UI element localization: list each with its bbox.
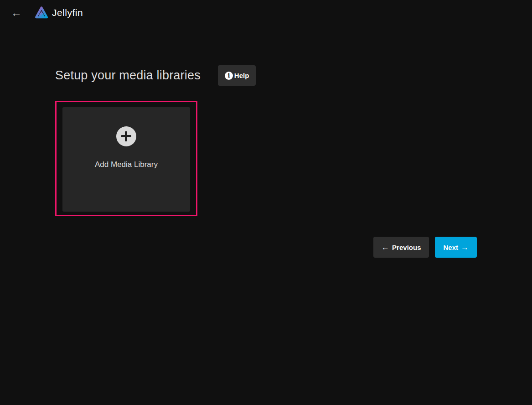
previous-button[interactable]: ← Previous [373,237,429,258]
help-button-label: Help [234,72,249,79]
arrow-right-icon: → [461,244,469,251]
back-button[interactable]: ← [7,4,26,22]
highlight-annotation-box: Add Media Library [55,101,197,216]
previous-button-label: Previous [392,244,421,251]
brand: Jellyfin [35,6,83,20]
heading-row: Setup your media libraries i Help [55,65,477,86]
app-bar: ← Jellyfin [0,0,532,26]
brand-title: Jellyfin [52,7,83,18]
setup-wizard-page: Setup your media libraries i Help Add Me… [55,26,477,258]
add-media-library-card[interactable]: Add Media Library [62,107,190,212]
next-button-label: Next [443,244,458,251]
add-media-library-label: Add Media Library [95,160,158,169]
help-button[interactable]: i Help [218,65,256,86]
arrow-left-icon: ← [382,244,389,251]
plus-icon [116,126,136,146]
page-title: Setup your media libraries [55,68,201,83]
jellyfin-logo-icon [35,6,48,20]
next-button[interactable]: Next → [435,237,477,258]
info-icon: i [225,72,233,80]
arrow-back-icon: ← [11,7,22,18]
wizard-nav-row: ← Previous Next → [55,237,477,258]
